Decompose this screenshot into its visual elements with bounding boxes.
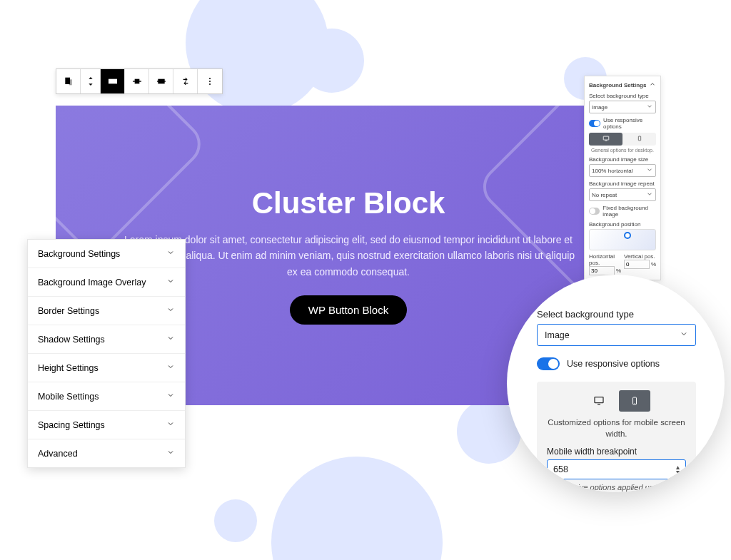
svg-rect-14 — [598, 404, 600, 404]
accordion-shadow-settings[interactable]: Shadow Settings — [28, 325, 185, 354]
chevron-down-icon — [646, 190, 653, 199]
mag-select-label: Select background type — [537, 309, 696, 320]
mag-desktop-tab[interactable] — [583, 390, 615, 412]
chevron-down-icon — [646, 103, 653, 111]
chevron-down-icon — [166, 277, 175, 287]
mobile-tab[interactable] — [622, 133, 656, 146]
vpos-input[interactable] — [624, 260, 650, 269]
position-handle[interactable] — [624, 232, 631, 239]
chevron-down-icon — [166, 362, 175, 373]
accordion-label: Height Settings — [38, 363, 99, 373]
panel-title: Background Settings — [589, 82, 646, 88]
vpos-label: Vertical pos. — [624, 253, 656, 260]
accordion-mobile-settings[interactable]: Mobile Settings — [28, 382, 185, 411]
more-options-button[interactable] — [198, 69, 222, 93]
mag-bg-type-select[interactable]: Image — [537, 324, 696, 346]
chevron-down-icon — [166, 391, 175, 402]
chevron-down-icon — [166, 248, 175, 259]
bg-size-select[interactable]: 100% horizontal — [589, 164, 656, 177]
accordion-border-settings[interactable]: Border Settings — [28, 297, 185, 325]
align-full-button[interactable] — [101, 69, 125, 93]
svg-rect-10 — [603, 136, 609, 140]
chevron-down-icon — [166, 334, 175, 345]
decor-blob — [214, 499, 257, 542]
pct-label: % — [651, 261, 656, 268]
accordion-advanced[interactable]: Advanced — [28, 439, 185, 467]
accordion-label: Spacing Settings — [38, 420, 105, 430]
accordion-spacing-settings[interactable]: Spacing Settings — [28, 411, 185, 439]
decor-blob — [271, 457, 443, 560]
mag-responsive-label: Use responsive options — [567, 359, 660, 369]
background-settings-panel: Background Settings Select background ty… — [584, 76, 661, 280]
mag-breakpoint-value: 658 — [553, 464, 568, 474]
desktop-tab[interactable] — [589, 133, 622, 146]
hpos-input[interactable] — [589, 266, 615, 275]
accordion-label: Background Settings — [38, 249, 120, 259]
mag-responsive-toggle[interactable] — [537, 357, 560, 370]
bg-repeat-label: Background image repeat — [589, 180, 656, 187]
svg-rect-11 — [605, 141, 607, 141]
bg-repeat-select[interactable]: No repeat — [589, 188, 656, 201]
mag-hint: Responsive options applied under screen … — [547, 483, 686, 492]
svg-rect-1 — [69, 79, 71, 85]
chevron-down-icon — [166, 305, 175, 316]
svg-point-7 — [209, 78, 211, 79]
accordion-label: Shadow Settings — [38, 335, 105, 345]
bg-position-picker[interactable] — [589, 229, 656, 250]
magnified-settings: Select background type Image Use respons… — [507, 275, 725, 492]
accordion-label: Border Settings — [38, 306, 99, 316]
hpos-label: Horizontal pos. — [589, 253, 621, 266]
chevron-down-icon — [646, 166, 653, 175]
svg-point-9 — [209, 83, 211, 85]
fixed-bg-toggle[interactable] — [589, 208, 600, 215]
select-bg-type[interactable]: Image — [589, 101, 656, 113]
mag-breakpoint-input[interactable]: 658 ▴▾ — [547, 459, 686, 479]
select-bg-type-label: Select background type — [589, 93, 656, 99]
mag-bg-type-value: Image — [545, 330, 570, 340]
block-toolbar — [56, 68, 223, 94]
accordion-height-settings[interactable]: Height Settings — [28, 354, 185, 382]
select-bg-value: Image — [592, 104, 608, 111]
responsive-label: Use responsive options — [603, 117, 656, 130]
chevron-down-icon — [166, 448, 175, 459]
align-wide-button[interactable] — [149, 69, 173, 93]
svg-rect-13 — [595, 397, 603, 403]
stepper-icon[interactable]: ▴▾ — [676, 464, 680, 474]
accordion-background-overlay[interactable]: Background Image Overlay — [28, 268, 185, 297]
transform-button[interactable] — [173, 69, 198, 93]
bg-repeat-value: No repeat — [592, 192, 617, 198]
accordion-label: Mobile Settings — [38, 392, 99, 402]
svg-rect-4 — [134, 79, 139, 84]
fixed-bg-label: Fixed background image — [603, 205, 656, 218]
accordion-label: Advanced — [38, 449, 78, 459]
mag-tab-note: Customized options for mobile screen wid… — [547, 417, 686, 439]
bg-position-label: Background position — [589, 221, 656, 228]
settings-accordion: Background Settings Background Image Ove… — [27, 239, 186, 468]
tab-note: General options for desktop. — [589, 148, 656, 153]
svg-point-16 — [634, 403, 635, 404]
pct-label: % — [616, 268, 621, 274]
responsive-toggle[interactable] — [589, 120, 600, 127]
svg-point-8 — [209, 81, 211, 82]
chevron-down-icon — [166, 419, 175, 430]
svg-rect-12 — [638, 136, 640, 141]
decor-blob — [300, 29, 364, 93]
align-center-button[interactable] — [125, 69, 149, 93]
chevron-up-icon[interactable] — [649, 81, 656, 89]
chevron-down-icon — [680, 330, 688, 340]
cluster-text: Lorem ipsum dolor sit amet, consectetur … — [120, 232, 577, 280]
svg-rect-2 — [109, 79, 117, 84]
bg-size-label: Background image size — [589, 156, 656, 163]
mag-breakpoint-label: Mobile width breakpoint — [547, 447, 686, 457]
svg-rect-6 — [158, 79, 164, 84]
bg-size-value: 100% horizontal — [592, 168, 632, 174]
accordion-background-settings[interactable]: Background Settings — [28, 240, 185, 268]
mag-tab-box: Customized options for mobile screen wid… — [537, 382, 696, 492]
cluster-title: Cluster Block — [252, 186, 445, 220]
accordion-label: Background Image Overlay — [38, 278, 146, 287]
wp-button[interactable]: WP Button Block — [290, 295, 407, 325]
mag-mobile-tab[interactable] — [619, 390, 650, 412]
block-type-button[interactable] — [56, 69, 81, 93]
move-handle[interactable] — [81, 69, 101, 93]
